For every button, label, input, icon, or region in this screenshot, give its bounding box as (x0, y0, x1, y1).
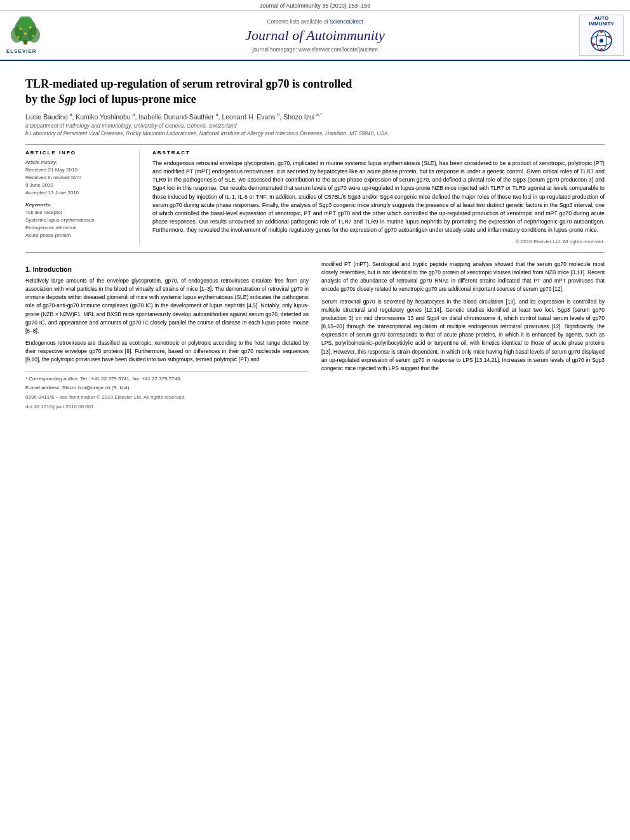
body-text-right: modified PT (mPT). Serological and trypt… (321, 260, 605, 373)
main-content: TLR-mediated up-regulation of serum retr… (0, 61, 630, 418)
abstract-text: The endogenous retroviral envelope glyco… (152, 159, 605, 235)
autoimmunity-logo-text: AUTOIMMUNITY (589, 16, 614, 27)
autoimmunity-logo-box: AUTOIMMUNITY (579, 15, 624, 56)
article-history: Article history: Received 21 May 2010 Re… (25, 159, 131, 197)
svg-point-9 (32, 35, 34, 37)
affiliation-a: a Department of Pathology and Immunology… (25, 123, 605, 130)
elsevier-wordmark: ELSEVIER (6, 48, 37, 54)
svg-point-3 (28, 27, 40, 43)
introduction-heading: 1. Introduction (25, 265, 309, 273)
svg-point-15 (608, 36, 610, 38)
intro-para-1: Relatively large amounts of the envelope… (25, 277, 309, 335)
body-content: 1. Introduction Relatively large amounts… (25, 260, 605, 412)
abstract-paragraph: The endogenous retroviral envelope glyco… (152, 159, 605, 235)
keyword-retrovirus: Endogenous retrovirus (25, 224, 131, 232)
affiliations: a Department of Pathology and Immunology… (25, 123, 605, 138)
article-title: TLR-mediated up-regulation of serum retr… (25, 76, 605, 107)
autoimmunity-logo-icon (590, 29, 613, 52)
history-label: Article history: (25, 159, 131, 165)
svg-point-16 (600, 48, 603, 51)
affiliation-b: b Laboratory of Persistent Viral Disease… (25, 130, 605, 138)
svg-point-14 (600, 30, 603, 33)
abstract-label: ABSTRACT (152, 150, 605, 156)
article-info-abstract: ARTICLE INFO Article history: Received 2… (25, 144, 605, 244)
svg-point-8 (17, 36, 20, 39)
copyright-line: © 2010 Elsevier Ltd. All rights reserved… (152, 239, 605, 244)
elsevier-logo: ELSEVIER (6, 17, 57, 54)
intro-para-4: Serum retroviral gp70 is secreted by hep… (321, 298, 605, 373)
header-center: Contents lists available at ScienceDirec… (57, 18, 573, 53)
doi-line: doi:10.1016/j.jaut.2010.06.001 (25, 403, 309, 410)
homepage-line: journal homepage: www.elsevier.com/locat… (57, 46, 573, 53)
intro-para-3: modified PT (mPT). Serological and trypt… (321, 260, 605, 294)
revised-date: 8 June 2010 (25, 182, 131, 189)
section-divider (25, 252, 605, 253)
svg-point-7 (24, 32, 27, 35)
article-info-label: ARTICLE INFO (25, 150, 131, 156)
journal-citation: Journal of Autoimmunity 35 (2010) 153–15… (260, 3, 371, 9)
issn-line: 0896-8411/$ – see front matter © 2010 El… (25, 394, 309, 401)
keyword-acute: Acute phase protein (25, 232, 131, 239)
journal-header: ELSEVIER Contents lists available at Sci… (0, 11, 630, 61)
sciencedirect-line: Contents lists available at ScienceDirec… (57, 18, 573, 25)
svg-point-5 (19, 27, 22, 30)
journal-citation-bar: Journal of Autoimmunity 35 (2010) 153–15… (0, 0, 630, 11)
body-col-left: 1. Introduction Relatively large amounts… (25, 260, 309, 412)
abstract-column: ABSTRACT The endogenous retroviral envel… (152, 150, 605, 244)
keywords-group: Keywords: Toll-like receptor Systemic lu… (25, 202, 131, 239)
intro-para-2: Endogenous retroviruses are classified a… (25, 339, 309, 364)
elsevier-tree-icon (6, 17, 44, 47)
footnotes: * Corresponding author. Tel.: +41 22 379… (25, 371, 309, 411)
authors: Lucie Baudino a, Kumiko Yoshinobu a, Isa… (25, 112, 605, 121)
svg-point-13 (600, 39, 603, 43)
body-col-right: modified PT (mPT). Serological and trypt… (321, 260, 605, 412)
body-text-left: Relatively large amounts of the envelope… (25, 277, 309, 364)
keywords-label: Keywords: (25, 202, 131, 208)
accepted-date: Accepted 13 June 2010 (25, 189, 131, 197)
received-date: Received 21 May 2010 (25, 166, 131, 174)
journal-logo-right: AUTOIMMUNITY (573, 15, 624, 56)
page: Journal of Autoimmunity 35 (2010) 153–15… (0, 0, 630, 418)
svg-point-6 (29, 26, 32, 29)
sciencedirect-link[interactable]: ScienceDirect (330, 18, 363, 25)
keyword-tlr: Toll-like receptor (25, 209, 131, 217)
footnote-corresponding: * Corresponding author. Tel.: +41 22 379… (25, 375, 309, 382)
journal-title-header: Journal of Autoimmunity (57, 27, 573, 44)
svg-point-17 (593, 43, 595, 46)
footnote-email: E-mail address: Shozo.Izui@unige.ch (S. … (25, 384, 309, 391)
keyword-sle: Systemic lupus erythematosus (25, 217, 131, 224)
received-revised-label: Received in revised form (25, 174, 131, 182)
article-info-column: ARTICLE INFO Article history: Received 2… (25, 150, 140, 244)
